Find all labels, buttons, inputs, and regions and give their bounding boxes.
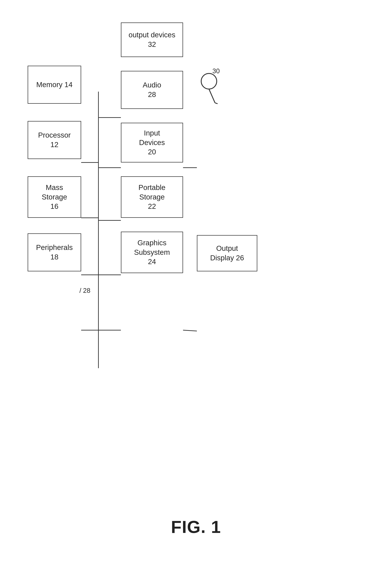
bus-label: / 28 [79, 287, 90, 294]
graphics-subsystem-label: GraphicsSubsystem24 [134, 238, 170, 266]
svg-line-11 [183, 330, 197, 331]
portable-storage-box: PortableStorage22 [121, 176, 183, 218]
figure-title: FIG. 1 [171, 517, 221, 537]
input-devices-box: InputDevices20 [121, 123, 183, 162]
mass-storage-label: MassStorage16 [42, 183, 67, 211]
memory-box: Memory 14 [28, 66, 81, 104]
bus-label-text: / 28 [79, 287, 90, 294]
svg-line-13 [209, 89, 215, 103]
diagram: Memory 14 Processor12 MassStorage16 Peri… [14, 14, 378, 498]
mass-storage-box: MassStorage16 [28, 176, 81, 218]
mic-label: 30 [212, 67, 220, 75]
audio-box: Audio28 [121, 71, 183, 109]
peripherals-box: Peripherals18 [28, 233, 81, 271]
output-devices-label: output devices32 [129, 30, 175, 49]
output-display-box: OutputDisplay 26 [197, 235, 257, 271]
mic-label-text: 30 [212, 67, 220, 75]
peripherals-label: Peripherals18 [36, 243, 73, 262]
output-display-label: OutputDisplay 26 [210, 244, 244, 262]
svg-point-12 [201, 73, 217, 89]
portable-storage-label: PortableStorage22 [139, 183, 166, 211]
svg-line-14 [215, 103, 218, 104]
audio-label: Audio28 [143, 80, 161, 99]
graphics-subsystem-box: GraphicsSubsystem24 [121, 232, 183, 273]
processor-box: Processor12 [28, 121, 81, 159]
output-devices-box: output devices32 [121, 22, 183, 57]
figure-caption: FIG. 1 [0, 517, 392, 537]
input-devices-label: InputDevices20 [139, 129, 165, 157]
processor-label: Processor12 [38, 131, 71, 149]
microphone-icon [195, 73, 223, 108]
memory-label: Memory 14 [36, 80, 72, 89]
